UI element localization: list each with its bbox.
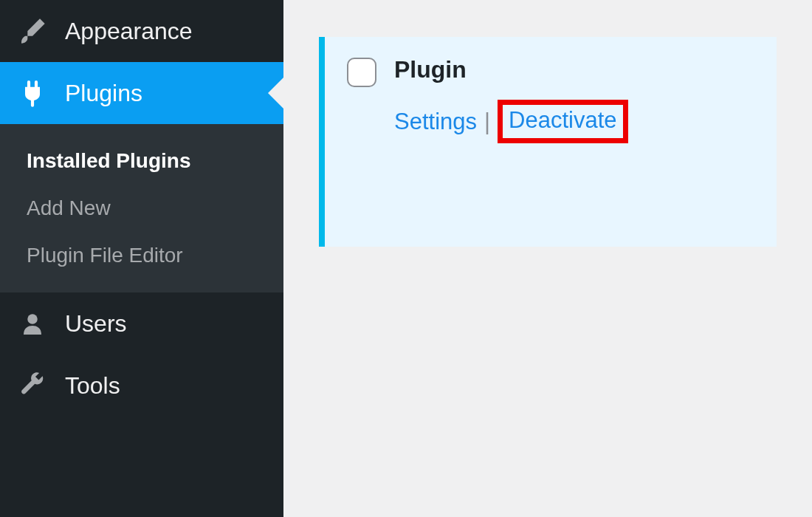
svg-point-0 (27, 314, 38, 324)
sidebar-item-appearance[interactable]: Appearance (0, 0, 283, 62)
plug-icon (18, 78, 47, 108)
highlight-annotation: Deactivate (498, 100, 627, 143)
wrench-icon (18, 371, 47, 400)
admin-sidebar: Appearance Plugins Installed Plugins Add… (0, 0, 283, 517)
menu-label: Plugins (65, 80, 142, 107)
plugin-panel: Plugin Settings | Deactivate (319, 37, 777, 247)
plugin-row: Plugin Settings | Deactivate (347, 56, 756, 143)
sidebar-item-tools[interactable]: Tools (0, 355, 283, 417)
plugin-action-links: Settings | Deactivate (394, 100, 756, 143)
plugin-title: Plugin (394, 56, 756, 83)
sidebar-item-users[interactable]: Users (0, 292, 283, 355)
menu-label: Tools (65, 372, 120, 400)
submenu-add-new[interactable]: Add New (0, 185, 283, 232)
plugins-submenu: Installed Plugins Add New Plugin File Ed… (0, 124, 283, 292)
plugin-body: Plugin Settings | Deactivate (394, 56, 756, 143)
deactivate-link[interactable]: Deactivate (509, 107, 616, 133)
submenu-plugin-file-editor[interactable]: Plugin File Editor (0, 232, 283, 279)
separator: | (484, 109, 490, 135)
paintbrush-icon (18, 16, 47, 46)
main-content: Plugin Settings | Deactivate (283, 0, 812, 517)
menu-label: Users (65, 310, 127, 338)
menu-label: Appearance (65, 18, 193, 45)
settings-link[interactable]: Settings (394, 109, 477, 135)
plugin-checkbox[interactable] (347, 58, 376, 87)
user-icon (18, 309, 47, 338)
submenu-installed-plugins[interactable]: Installed Plugins (0, 137, 283, 185)
sidebar-item-plugins[interactable]: Plugins (0, 62, 283, 124)
